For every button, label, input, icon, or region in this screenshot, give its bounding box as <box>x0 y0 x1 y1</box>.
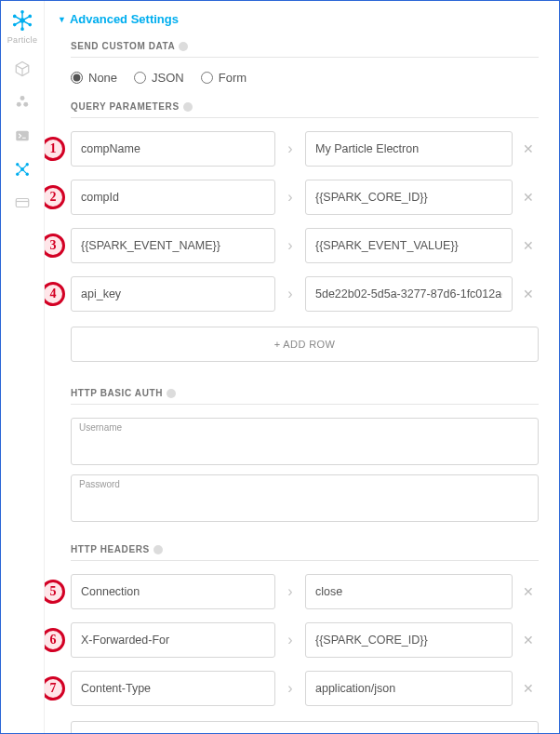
nav-circles-icon[interactable] <box>1 86 44 119</box>
advanced-title: Advanced Settings <box>70 12 179 26</box>
header-value-input[interactable] <box>305 574 513 609</box>
info-icon[interactable] <box>153 545 163 554</box>
callout-badge: 7 <box>45 676 65 701</box>
brand-label: Particle <box>7 35 37 45</box>
callout-badge: 1 <box>45 137 65 161</box>
param-value-input[interactable] <box>305 180 513 215</box>
http-header-row: 5 › ✕ <box>71 574 539 609</box>
info-icon[interactable] <box>167 389 176 398</box>
svg-point-8 <box>29 15 31 17</box>
query-param-row: 4 › ✕ <box>71 276 539 312</box>
sidebar: Particle <box>1 1 45 733</box>
callout-badge: 2 <box>45 185 65 209</box>
delete-row-button[interactable]: ✕ <box>518 623 539 657</box>
callout-badge: 5 <box>45 580 65 604</box>
http-headers-header: HTTP HEADERS <box>71 544 539 561</box>
param-key-input[interactable] <box>71 276 275 312</box>
delete-row-button[interactable]: ✕ <box>518 132 539 166</box>
query-parameters-list: 1 › ✕ 2 › ✕ 3 › ✕ <box>71 131 539 312</box>
svg-point-11 <box>14 23 16 25</box>
callout-badge: 4 <box>45 282 65 306</box>
delete-row-button[interactable]: ✕ <box>518 277 539 311</box>
http-header-row: 6 › ✕ <box>71 622 539 658</box>
main-content: ▼ Advanced Settings SEND CUSTOM DATA Non… <box>45 1 559 733</box>
send-custom-data-header: SEND CUSTOM DATA <box>71 41 539 58</box>
header-key-input[interactable] <box>71 671 275 706</box>
param-key-input[interactable] <box>71 228 275 263</box>
chevron-right-icon: › <box>281 277 300 311</box>
delete-row-button[interactable]: ✕ <box>518 672 539 705</box>
add-query-param-button[interactable]: + ADD ROW <box>71 327 539 362</box>
caret-down-icon: ▼ <box>58 15 66 24</box>
delete-row-button[interactable]: ✕ <box>518 180 539 214</box>
custom-data-radio-group: None JSON Form <box>71 71 539 85</box>
delete-row-button[interactable]: ✕ <box>518 229 539 262</box>
param-value-input[interactable] <box>305 276 513 312</box>
add-http-header-button[interactable]: + ADD ROW <box>71 721 539 733</box>
callout-badge: 3 <box>45 234 65 258</box>
http-basic-auth-header: HTTP BASIC AUTH <box>71 388 539 405</box>
svg-rect-22 <box>16 199 29 207</box>
radio-form[interactable]: Form <box>201 71 247 85</box>
http-header-row: 7 › ✕ <box>71 671 539 706</box>
username-label: Username <box>72 419 538 433</box>
query-param-row: 2 › ✕ <box>71 180 539 215</box>
password-field: Password <box>71 474 539 522</box>
radio-json[interactable]: JSON <box>134 71 184 85</box>
svg-point-10 <box>21 28 23 30</box>
query-param-row: 1 › ✕ <box>71 131 539 167</box>
chevron-right-icon: › <box>281 575 300 608</box>
chevron-right-icon: › <box>281 672 300 705</box>
info-icon[interactable] <box>179 42 188 51</box>
svg-point-14 <box>17 102 21 107</box>
callout-badge: 6 <box>45 628 65 652</box>
param-key-input[interactable] <box>71 131 275 167</box>
password-input[interactable] <box>72 489 538 521</box>
advanced-settings-toggle[interactable]: ▼ Advanced Settings <box>58 12 546 26</box>
svg-point-15 <box>23 102 28 107</box>
nav-cube-icon[interactable] <box>1 52 44 86</box>
delete-row-button[interactable]: ✕ <box>518 575 539 608</box>
header-key-input[interactable] <box>71 574 275 609</box>
username-input[interactable] <box>72 433 538 464</box>
header-value-input[interactable] <box>305 622 513 658</box>
radio-none[interactable]: None <box>71 71 117 85</box>
query-parameters-header: QUERY PARAMETERS <box>71 101 539 118</box>
header-key-input[interactable] <box>71 622 275 658</box>
password-label: Password <box>72 475 538 489</box>
nav-console-icon[interactable] <box>1 119 44 153</box>
username-field: Username <box>71 418 539 465</box>
particle-logo-icon <box>12 7 33 33</box>
header-value-input[interactable] <box>305 671 513 706</box>
chevron-right-icon: › <box>281 623 300 657</box>
param-key-input[interactable] <box>71 180 275 215</box>
nav-integrations-icon[interactable] <box>1 153 44 186</box>
chevron-right-icon: › <box>281 229 300 262</box>
svg-point-12 <box>14 15 16 17</box>
svg-rect-16 <box>16 131 29 141</box>
info-icon[interactable] <box>183 102 193 112</box>
query-param-row: 3 › ✕ <box>71 228 539 263</box>
nav-billing-icon[interactable] <box>1 186 44 220</box>
chevron-right-icon: › <box>281 180 300 214</box>
svg-point-7 <box>21 11 23 13</box>
http-headers-list: 5 › ✕ 6 › ✕ 7 › ✕ <box>71 574 539 706</box>
param-value-input[interactable] <box>305 131 513 167</box>
chevron-right-icon: › <box>281 132 300 166</box>
svg-point-9 <box>29 23 31 25</box>
svg-point-13 <box>20 96 25 100</box>
param-value-input[interactable] <box>305 228 513 263</box>
